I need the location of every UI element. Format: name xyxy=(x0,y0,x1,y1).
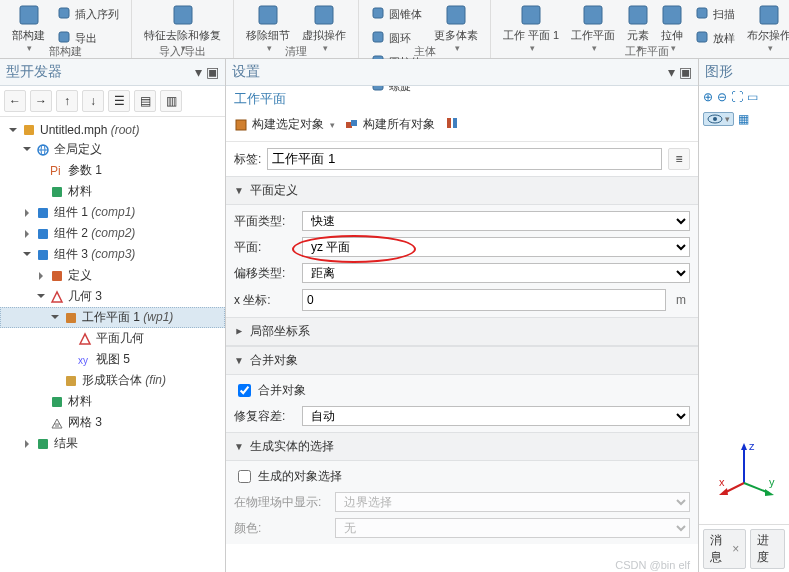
filter-button[interactable]: ☰ xyxy=(108,90,130,112)
ribbon-item[interactable]: 圆锥体 xyxy=(367,2,426,24)
section-localcs[interactable]: ▼局部坐标系 xyxy=(226,317,698,346)
ribbon-icon xyxy=(257,4,279,26)
zoom-in-icon[interactable]: ⊕ xyxy=(703,90,713,104)
svg-rect-14 xyxy=(663,6,681,24)
settings-panel: 设置 ▾ ▣ 工作平面 构建选定对象 ▾ 构建所有对象 标签: ≡ xyxy=(226,59,699,572)
twist-icon[interactable] xyxy=(36,292,46,302)
tree-row[interactable]: 材料 xyxy=(0,181,225,202)
ribbon-item[interactable]: 扫描 xyxy=(691,2,739,24)
xcoord-input[interactable] xyxy=(302,289,666,311)
tree-row[interactable]: 平面几何 xyxy=(0,328,225,349)
tab-messages[interactable]: 消息× xyxy=(703,529,746,569)
tree-row[interactable]: 定义 xyxy=(0,265,225,286)
twist-icon[interactable] xyxy=(22,145,32,155)
ribbon-item[interactable]: 工作 平面 1▾ xyxy=(499,2,563,55)
comp-icon xyxy=(36,206,50,220)
tree-row[interactable]: 组件 3 (comp3) xyxy=(0,244,225,265)
tree-label: 材料 xyxy=(68,183,92,200)
watermark: CSDN @bin elf xyxy=(615,559,690,571)
ribbon-item[interactable]: 布尔操作▾ xyxy=(743,2,789,55)
model-tree[interactable]: Untitled.mph (root)全局定义Pi参数 1材料组件 1 (com… xyxy=(0,117,225,572)
extra-gfx-icon[interactable]: ▦ xyxy=(738,112,749,126)
twist-icon[interactable] xyxy=(8,125,18,135)
twist-icon[interactable] xyxy=(50,313,60,323)
tree-row[interactable]: 组件 2 (comp2) xyxy=(0,223,225,244)
nav-fwd-button[interactable]: → xyxy=(30,90,52,112)
tree-row[interactable]: 材料 xyxy=(0,391,225,412)
plane-type-select[interactable]: 快速 xyxy=(302,211,690,231)
ribbon-item[interactable]: 更多体素▾ xyxy=(430,2,482,55)
twist-icon[interactable] xyxy=(22,250,32,260)
ribbon-item[interactable]: 工作平面▾ xyxy=(567,2,619,55)
section-gensel[interactable]: ▼生成实体的选择 xyxy=(226,432,698,461)
twist-spacer xyxy=(64,334,74,344)
zoom-extents-icon[interactable]: ⛶ xyxy=(731,90,743,104)
ribbon-item[interactable]: 插入序列 xyxy=(53,2,123,24)
ribbon-item-label: 插入序列 xyxy=(75,7,119,22)
tree-row[interactable]: Untitled.mph (root) xyxy=(0,121,225,139)
tree-label: 组件 2 (comp2) xyxy=(54,225,135,242)
tag-action-button[interactable]: ≡ xyxy=(668,148,690,170)
xcoord-unit: m xyxy=(672,293,690,307)
tree-row[interactable]: 结果 xyxy=(0,433,225,454)
color-label: 颜色: xyxy=(234,520,329,537)
graphics-title: 图形 xyxy=(705,63,733,81)
close-icon[interactable]: × xyxy=(732,542,739,556)
graphics-canvas[interactable]: z x y xyxy=(699,130,789,524)
svg-rect-10 xyxy=(447,6,465,24)
twist-icon[interactable] xyxy=(22,439,32,449)
tag-input[interactable] xyxy=(267,148,662,170)
tree-row[interactable]: 形成联合体 (fin) xyxy=(0,370,225,391)
tree-label: 参数 1 xyxy=(68,162,102,179)
merge-checkbox[interactable]: 合并对象 xyxy=(234,381,690,400)
twist-icon[interactable] xyxy=(36,271,46,281)
tree-row[interactable]: 几何 3 xyxy=(0,286,225,307)
panel-close-icon[interactable]: ▣ xyxy=(679,64,692,80)
plane-select[interactable]: yz 平面 xyxy=(302,237,690,257)
tree-panel-header: 型开发器 ▾ ▣ xyxy=(0,59,225,86)
offset-type-select[interactable]: 距离 xyxy=(302,263,690,283)
tree-row[interactable]: 网格 3 xyxy=(0,412,225,433)
mat-icon xyxy=(50,395,64,409)
tree-row[interactable]: Pi参数 1 xyxy=(0,160,225,181)
ribbon-item[interactable]: 部构建▾ xyxy=(8,2,49,55)
svg-rect-0 xyxy=(20,6,38,24)
geom-icon xyxy=(50,290,64,304)
svg-rect-35 xyxy=(351,120,357,126)
tab-progress[interactable]: 进度 xyxy=(750,529,785,569)
tag-label: 标签: xyxy=(234,151,261,168)
build-all-button[interactable]: 构建所有对象 xyxy=(345,116,435,133)
more-button[interactable]: ▤ xyxy=(134,90,156,112)
repair-select[interactable]: 自动 xyxy=(302,406,690,426)
tree-label: 形成联合体 (fin) xyxy=(82,372,166,389)
ribbon-item-label: 更多体素 xyxy=(434,28,478,43)
ribbon-item-label: 部构建 xyxy=(12,28,45,43)
panel-menu-icon[interactable]: ▾ xyxy=(195,64,202,80)
visibility-button[interactable]: ▾ xyxy=(703,112,734,126)
tree-row[interactable]: xy视图 5 xyxy=(0,349,225,370)
twist-spacer xyxy=(36,187,46,197)
tree-label: 网格 3 xyxy=(68,414,102,431)
tree-row[interactable]: 组件 1 (comp1) xyxy=(0,202,225,223)
ribbon-group: 移除细节▾虚拟操作▾清理 xyxy=(234,0,359,58)
twist-icon[interactable] xyxy=(22,208,32,218)
tree-row[interactable]: 工作平面 1 (wp1) xyxy=(0,307,225,328)
more2-button[interactable]: ▥ xyxy=(160,90,182,112)
twist-icon[interactable] xyxy=(22,229,32,239)
zoom-out-icon[interactable]: ⊖ xyxy=(717,90,727,104)
nav-up-button[interactable]: ↑ xyxy=(56,90,78,112)
nav-down-button[interactable]: ↓ xyxy=(82,90,104,112)
ribbon-item-label: 扫描 xyxy=(713,7,735,22)
nav-back-button[interactable]: ← xyxy=(4,90,26,112)
zoom-box-icon[interactable]: ▭ xyxy=(747,90,758,104)
section-merge[interactable]: ▼合并对象 xyxy=(226,346,698,375)
ribbon-item[interactable]: 放样 xyxy=(691,26,739,48)
extra-button[interactable] xyxy=(445,116,459,133)
panel-close-icon[interactable]: ▣ xyxy=(206,64,219,80)
section-plane-def[interactable]: ▼平面定义 xyxy=(226,176,698,205)
panel-menu-icon[interactable]: ▾ xyxy=(668,64,675,80)
def-icon xyxy=(50,269,64,283)
gensel-checkbox[interactable]: 生成的对象选择 xyxy=(234,467,690,486)
tree-row[interactable]: 全局定义 xyxy=(0,139,225,160)
build-selected-button[interactable]: 构建选定对象 ▾ xyxy=(234,116,335,133)
